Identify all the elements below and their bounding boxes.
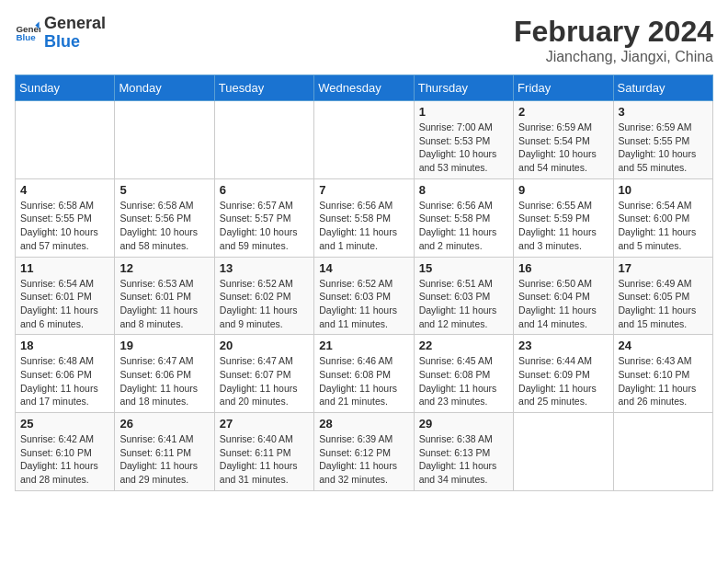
day-number: 13: [220, 261, 309, 275]
day-number: 10: [619, 183, 708, 197]
day-info: Sunrise: 6:53 AM Sunset: 6:01 PM Dayligh…: [119, 277, 209, 331]
day-number: 20: [220, 339, 309, 352]
calendar-week-row: 25Sunrise: 6:42 AM Sunset: 6:10 PM Dayli…: [16, 413, 713, 491]
calendar-cell: 5Sunrise: 6:58 AM Sunset: 5:56 PM Daylig…: [115, 178, 214, 257]
calendar-cell: 20Sunrise: 6:47 AM Sunset: 6:07 PM Dayli…: [214, 335, 313, 413]
calendar-cell: 14Sunrise: 6:52 AM Sunset: 6:03 PM Dayli…: [314, 257, 414, 335]
logo-text: General Blue: [44, 15, 106, 52]
day-info: Sunrise: 6:47 AM Sunset: 6:07 PM Dayligh…: [220, 354, 309, 408]
day-number: 27: [220, 417, 309, 431]
day-info: Sunrise: 6:43 AM Sunset: 6:10 PM Dayligh…: [619, 354, 708, 408]
day-number: 6: [220, 183, 309, 197]
calendar-week-row: 4Sunrise: 6:58 AM Sunset: 5:55 PM Daylig…: [16, 178, 713, 257]
calendar-cell: 2Sunrise: 6:59 AM Sunset: 5:54 PM Daylig…: [514, 101, 613, 179]
calendar-cell: [16, 101, 115, 179]
weekday-header-thursday: Thursday: [414, 75, 513, 101]
calendar-cell: 3Sunrise: 6:59 AM Sunset: 5:55 PM Daylig…: [613, 101, 712, 179]
day-number: 1: [419, 105, 508, 119]
day-info: Sunrise: 6:39 AM Sunset: 6:12 PM Dayligh…: [319, 432, 408, 487]
day-info: Sunrise: 6:42 AM Sunset: 6:10 PM Dayligh…: [20, 432, 109, 487]
location-subtitle: Jianchang, Jiangxi, China: [514, 49, 713, 65]
calendar-cell: 29Sunrise: 6:38 AM Sunset: 6:13 PM Dayli…: [414, 413, 513, 491]
calendar-cell: 26Sunrise: 6:41 AM Sunset: 6:11 PM Dayli…: [115, 413, 214, 491]
day-number: 18: [20, 339, 109, 352]
day-number: 7: [319, 183, 408, 197]
svg-text:Blue: Blue: [16, 32, 36, 42]
day-info: Sunrise: 6:48 AM Sunset: 6:06 PM Dayligh…: [20, 354, 109, 408]
calendar-cell: 17Sunrise: 6:49 AM Sunset: 6:05 PM Dayli…: [613, 257, 712, 335]
weekday-header-sunday: Sunday: [16, 75, 115, 101]
day-number: 24: [619, 339, 708, 352]
logo-icon: General Blue: [15, 20, 40, 46]
day-number: 28: [319, 417, 408, 431]
weekday-header-friday: Friday: [514, 75, 613, 101]
calendar-cell: 8Sunrise: 6:56 AM Sunset: 5:58 PM Daylig…: [414, 178, 513, 257]
day-number: 19: [119, 339, 209, 352]
day-number: 14: [319, 261, 408, 275]
day-info: Sunrise: 6:51 AM Sunset: 6:03 PM Dayligh…: [419, 277, 508, 331]
weekday-header-saturday: Saturday: [613, 75, 712, 101]
day-info: Sunrise: 6:55 AM Sunset: 5:59 PM Dayligh…: [518, 199, 608, 253]
title-block: February 2024 Jianchang, Jiangxi, China: [514, 15, 713, 65]
weekday-header-monday: Monday: [115, 75, 214, 101]
day-info: Sunrise: 6:56 AM Sunset: 5:58 PM Dayligh…: [419, 199, 508, 253]
calendar-cell: 21Sunrise: 6:46 AM Sunset: 6:08 PM Dayli…: [314, 335, 414, 413]
weekday-header-row: SundayMondayTuesdayWednesdayThursdayFrid…: [16, 75, 713, 101]
calendar-cell: 25Sunrise: 6:42 AM Sunset: 6:10 PM Dayli…: [16, 413, 115, 491]
day-info: Sunrise: 6:54 AM Sunset: 6:01 PM Dayligh…: [20, 277, 109, 331]
day-number: 8: [419, 183, 508, 197]
day-info: Sunrise: 6:46 AM Sunset: 6:08 PM Dayligh…: [319, 354, 408, 408]
day-number: 17: [619, 261, 708, 275]
day-number: 22: [419, 339, 508, 352]
day-info: Sunrise: 6:56 AM Sunset: 5:58 PM Dayligh…: [319, 199, 408, 253]
calendar-cell: [613, 413, 712, 491]
day-info: Sunrise: 6:57 AM Sunset: 5:57 PM Dayligh…: [220, 199, 309, 253]
calendar-cell: 6Sunrise: 6:57 AM Sunset: 5:57 PM Daylig…: [214, 178, 313, 257]
day-info: Sunrise: 6:41 AM Sunset: 6:11 PM Dayligh…: [119, 432, 209, 487]
day-number: 29: [419, 417, 508, 431]
calendar-cell: 24Sunrise: 6:43 AM Sunset: 6:10 PM Dayli…: [613, 335, 712, 413]
calendar-cell: 7Sunrise: 6:56 AM Sunset: 5:58 PM Daylig…: [314, 178, 414, 257]
day-info: Sunrise: 6:40 AM Sunset: 6:11 PM Dayligh…: [220, 432, 309, 487]
day-info: Sunrise: 6:38 AM Sunset: 6:13 PM Dayligh…: [419, 432, 508, 487]
day-number: 4: [20, 183, 109, 197]
calendar-cell: 18Sunrise: 6:48 AM Sunset: 6:06 PM Dayli…: [16, 335, 115, 413]
month-year-title: February 2024: [514, 15, 713, 49]
calendar-cell: 4Sunrise: 6:58 AM Sunset: 5:55 PM Daylig…: [16, 178, 115, 257]
logo-line1: General: [44, 15, 106, 33]
calendar-week-row: 18Sunrise: 6:48 AM Sunset: 6:06 PM Dayli…: [16, 335, 713, 413]
day-info: Sunrise: 6:44 AM Sunset: 6:09 PM Dayligh…: [518, 354, 608, 408]
day-info: Sunrise: 6:54 AM Sunset: 6:00 PM Dayligh…: [619, 199, 708, 253]
day-number: 12: [119, 261, 209, 275]
day-info: Sunrise: 7:00 AM Sunset: 5:53 PM Dayligh…: [419, 121, 508, 175]
calendar-week-row: 11Sunrise: 6:54 AM Sunset: 6:01 PM Dayli…: [16, 257, 713, 335]
day-number: 2: [518, 105, 608, 119]
calendar-cell: 10Sunrise: 6:54 AM Sunset: 6:00 PM Dayli…: [613, 178, 712, 257]
calendar-cell: 19Sunrise: 6:47 AM Sunset: 6:06 PM Dayli…: [115, 335, 214, 413]
day-number: 15: [419, 261, 508, 275]
calendar-cell: [514, 413, 613, 491]
calendar-cell: 15Sunrise: 6:51 AM Sunset: 6:03 PM Dayli…: [414, 257, 513, 335]
calendar-cell: 13Sunrise: 6:52 AM Sunset: 6:02 PM Dayli…: [214, 257, 313, 335]
day-number: 9: [518, 183, 608, 197]
calendar-cell: [115, 101, 214, 179]
day-info: Sunrise: 6:49 AM Sunset: 6:05 PM Dayligh…: [619, 277, 708, 331]
day-info: Sunrise: 6:59 AM Sunset: 5:54 PM Dayligh…: [518, 121, 608, 175]
day-info: Sunrise: 6:52 AM Sunset: 6:03 PM Dayligh…: [319, 277, 408, 331]
calendar-cell: 23Sunrise: 6:44 AM Sunset: 6:09 PM Dayli…: [514, 335, 613, 413]
calendar-cell: 16Sunrise: 6:50 AM Sunset: 6:04 PM Dayli…: [514, 257, 613, 335]
day-number: 21: [319, 339, 408, 352]
calendar-cell: 22Sunrise: 6:45 AM Sunset: 6:08 PM Dayli…: [414, 335, 513, 413]
day-number: 23: [518, 339, 608, 352]
calendar-cell: 9Sunrise: 6:55 AM Sunset: 5:59 PM Daylig…: [514, 178, 613, 257]
day-number: 16: [518, 261, 608, 275]
page-header: General Blue General Blue February 2024 …: [15, 15, 713, 65]
calendar-table: SundayMondayTuesdayWednesdayThursdayFrid…: [15, 75, 713, 491]
day-number: 25: [20, 417, 109, 431]
day-info: Sunrise: 6:58 AM Sunset: 5:55 PM Dayligh…: [20, 199, 109, 253]
weekday-header-tuesday: Tuesday: [214, 75, 313, 101]
calendar-cell: 11Sunrise: 6:54 AM Sunset: 6:01 PM Dayli…: [16, 257, 115, 335]
weekday-header-wednesday: Wednesday: [314, 75, 414, 101]
calendar-cell: 28Sunrise: 6:39 AM Sunset: 6:12 PM Dayli…: [314, 413, 414, 491]
calendar-cell: 12Sunrise: 6:53 AM Sunset: 6:01 PM Dayli…: [115, 257, 214, 335]
